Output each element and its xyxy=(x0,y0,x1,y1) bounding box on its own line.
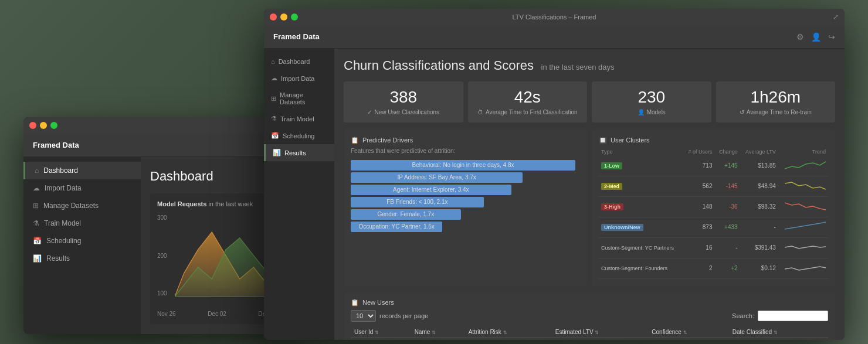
front-titlebar: LTV Classifications – Framed ⤢ xyxy=(264,9,845,25)
cluster-row-founders: Custom-Segment: Founders 2 +2 $0.12 xyxy=(599,258,828,278)
driver-bar-6: Occupation: YC Partner, 1.5x xyxy=(351,222,580,232)
front-content: ⌂ Dashboard ☁ Import Data ⊞ Manage Datas… xyxy=(264,49,845,340)
sidebar-item-train[interactable]: ⚗ Train Model xyxy=(23,214,141,232)
driver-bar-3: Agent: Internet Explorer, 3.4x xyxy=(351,185,580,195)
predictive-drivers-title: 📋 Predictive Drivers xyxy=(351,137,580,144)
front-sidebar-dashboard[interactable]: ⌂ Dashboard xyxy=(264,53,334,70)
front-brand: Framed Data xyxy=(273,32,320,41)
y-axis-labels: 300 200 100 xyxy=(157,214,167,308)
minimize-button[interactable] xyxy=(40,122,47,129)
stat-card-retrain: 1h26m ↺ Average Time to Re-train xyxy=(716,81,836,122)
search-input[interactable] xyxy=(758,311,828,321)
driver-bar-2: IP Address: SF Bay Area, 3.7x xyxy=(351,172,580,183)
new-users-title: 📋 New Users xyxy=(351,299,828,306)
col-confidence[interactable]: Confidence ⇅ xyxy=(648,326,729,338)
badge-low: 1-Low xyxy=(601,162,622,169)
cluster-row-yc: Custom-Segment: YC Partners 16 - $391.43 xyxy=(599,237,828,258)
clusters-table: Type # of Users Change Average LTV Trend… xyxy=(599,148,828,279)
sidebar-item-dashboard[interactable]: ⌂ Dashboard xyxy=(23,162,141,179)
col-ltv: Average LTV xyxy=(740,148,778,156)
col-name[interactable]: Name ⇅ xyxy=(411,326,465,338)
back-app-header: Framed Data xyxy=(23,134,293,157)
sort-icon-userid: ⇅ xyxy=(375,330,379,335)
logout-icon[interactable]: ↪ xyxy=(828,32,835,42)
front-sidebar-train[interactable]: ⚗ Train Model xyxy=(264,110,334,127)
stat-value-classifications: 388 xyxy=(352,88,455,107)
grid-icon: ⊞ xyxy=(33,202,39,210)
two-col-section: 📋 Predictive Drivers Features that were … xyxy=(344,130,835,286)
sort-icon-name: ⇅ xyxy=(432,330,436,335)
records-per-page-select[interactable]: 10 25 50 xyxy=(351,310,376,322)
driver-label-5: Gender: Female, 1.7x xyxy=(377,211,434,217)
sidebar-item-results[interactable]: 📊 Results xyxy=(23,250,141,267)
records-per-page: 10 25 50 records per page xyxy=(351,310,428,322)
stat-card-models: 230 👤 Models xyxy=(592,81,711,122)
driver-bar-5: Gender: Female, 1.7x xyxy=(351,209,580,220)
user-clusters-title: 🔲 User Clusters xyxy=(599,137,828,144)
col-date[interactable]: Date Classified ⇅ xyxy=(729,326,828,338)
driver-label-1: Behavioral: No login in three days, 4.8x xyxy=(412,162,514,168)
driver-bar-1: Behavioral: No login in three days, 4.8x xyxy=(351,160,580,171)
stat-label-models: 👤 Models xyxy=(600,109,703,115)
col-trend: Trend xyxy=(778,148,828,156)
home-icon-front: ⌂ xyxy=(271,58,275,65)
predictive-drivers-subtitle: Features that were predictive of attriti… xyxy=(351,148,580,154)
stat-label-time-first: ⏱ Average Time to First Classification xyxy=(476,109,579,115)
sidebar-item-scheduling[interactable]: 📅 Scheduling xyxy=(23,232,141,250)
search-box: Search: xyxy=(732,311,828,321)
x-axis-labels: Nov 26 Dec 02 Dec 08 xyxy=(157,311,277,317)
sidebar-item-datasets[interactable]: ⊞ Manage Datasets xyxy=(23,197,141,214)
clusters-icon: 🔲 xyxy=(599,137,607,144)
new-users-table: User Id ⇅ Name ⇅ Attrition Risk ⇅ xyxy=(351,326,828,338)
cluster-row-low: 1-Low 713 +145 $13.85 xyxy=(599,156,828,176)
expand-icon[interactable]: ⤢ xyxy=(833,13,839,21)
drivers-icon: 📋 xyxy=(351,137,359,144)
sort-icon-attrition: ⇅ xyxy=(503,330,507,335)
front-sidebar-results[interactable]: 📊 Results xyxy=(264,144,334,161)
page-title-area: Churn Classifications and Scores in the … xyxy=(344,58,835,73)
clock-icon: ⏱ xyxy=(477,109,483,115)
front-maximize-button[interactable] xyxy=(291,13,298,21)
front-app-header: Framed Data ⚙ 👤 ↪ xyxy=(264,25,845,49)
header-actions: ⚙ 👤 ↪ xyxy=(796,32,835,42)
close-button[interactable] xyxy=(29,122,36,129)
front-sidebar: ⌂ Dashboard ☁ Import Data ⊞ Manage Datas… xyxy=(264,49,334,340)
badge-high: 3-High xyxy=(601,203,623,210)
driver-label-2: IP Address: SF Bay Area, 3.7x xyxy=(397,174,476,180)
sidebar-item-import[interactable]: ☁ Import Data xyxy=(23,179,141,197)
page-title: Churn Classifications and Scores xyxy=(344,58,534,73)
col-users: # of Users xyxy=(683,148,715,156)
col-ltv[interactable]: Estimated LTV ⇅ xyxy=(552,326,649,338)
sort-icon-date: ⇅ xyxy=(774,330,778,335)
front-close-button[interactable] xyxy=(270,13,277,21)
stat-label-retrain: ↺ Average Time to Re-train xyxy=(724,109,828,115)
model-requests-label: Model Requests in the last week xyxy=(157,200,277,207)
back-sidebar: ⌂ Dashboard ☁ Import Data ⊞ Manage Datas… xyxy=(23,157,141,334)
refresh-icon: ↺ xyxy=(740,109,744,115)
front-sidebar-import[interactable]: ☁ Import Data xyxy=(264,70,334,87)
chart-icon: 📊 xyxy=(33,254,42,263)
front-window: LTV Classifications – Framed ⤢ Framed Da… xyxy=(264,9,845,340)
user-icon[interactable]: 👤 xyxy=(811,32,821,42)
flask-icon-front: ⚗ xyxy=(271,115,277,122)
front-titlebar-text: LTV Classifications – Framed xyxy=(513,13,596,21)
col-type: Type xyxy=(599,148,683,156)
table-controls: 10 25 50 records per page Search: xyxy=(351,310,828,322)
chart-icon-front: 📊 xyxy=(273,149,281,156)
page-title-sub: in the last seven days xyxy=(541,63,615,71)
front-sidebar-scheduling[interactable]: 📅 Scheduling xyxy=(264,127,334,144)
flask-icon: ⚗ xyxy=(33,219,39,227)
grid-icon-front: ⊞ xyxy=(271,95,276,103)
driver-bar-4: FB Friends: < 100, 2.1x xyxy=(351,197,580,207)
front-sidebar-datasets[interactable]: ⊞ Manage Datasets xyxy=(264,87,334,110)
front-minimize-button[interactable] xyxy=(280,13,287,21)
driver-label-6: Occupation: YC Partner, 1.5x xyxy=(359,223,435,230)
maximize-button[interactable] xyxy=(50,122,57,129)
back-content: ⌂ Dashboard ☁ Import Data ⊞ Manage Datas… xyxy=(23,157,293,334)
settings-icon[interactable]: ⚙ xyxy=(796,32,804,42)
col-attrition[interactable]: Attrition Risk ⇅ xyxy=(465,326,552,338)
upload-icon-front: ☁ xyxy=(271,74,277,82)
driver-label-4: FB Friends: < 100, 2.1x xyxy=(386,199,447,205)
predictive-drivers-panel: 📋 Predictive Drivers Features that were … xyxy=(344,130,587,286)
col-user-id[interactable]: User Id ⇅ xyxy=(351,326,411,338)
